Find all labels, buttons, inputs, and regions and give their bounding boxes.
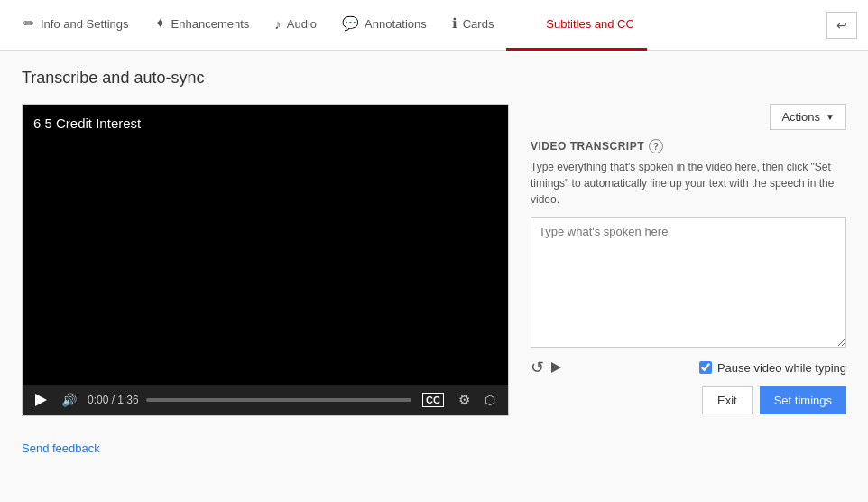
tab-info[interactable]: ✏ Info and Settings bbox=[11, 0, 142, 51]
video-title: 6 5 Credit Interest bbox=[33, 116, 141, 131]
audio-icon: ♪ bbox=[274, 16, 282, 32]
cards-icon: ℹ bbox=[452, 15, 457, 32]
tab-enhancements[interactable]: ✦ Enhancements bbox=[142, 0, 263, 51]
mini-play-icon bbox=[551, 362, 561, 373]
main-content: Transcribe and auto-sync 6 5 Credit Inte… bbox=[0, 51, 868, 473]
play-icon bbox=[35, 394, 47, 406]
help-icon[interactable]: ? bbox=[649, 139, 663, 153]
cast-icon: ⬡ bbox=[485, 393, 495, 407]
set-timings-button[interactable]: Set timings bbox=[760, 386, 846, 414]
tab-annotations[interactable]: 💬 Annotations bbox=[329, 0, 439, 51]
gear-icon: ⚙ bbox=[458, 392, 470, 408]
pause-label: Pause video while typing bbox=[717, 361, 846, 375]
settings-button[interactable]: ⚙ bbox=[455, 390, 474, 410]
pause-checkbox[interactable] bbox=[699, 361, 712, 374]
send-feedback-link[interactable]: Send feedback bbox=[22, 442, 100, 455]
feedback-row: Send feedback bbox=[22, 442, 846, 455]
cast-button[interactable]: ⬡ bbox=[481, 391, 499, 409]
annotations-icon: 💬 bbox=[342, 15, 359, 32]
tab-cards[interactable]: ℹ Cards bbox=[439, 0, 507, 51]
right-panel: Actions ▼ VIDEO TRANSCRIPT ? Type everyt… bbox=[531, 104, 846, 414]
page-title: Transcribe and auto-sync bbox=[22, 69, 846, 88]
actions-row: Actions ▼ bbox=[531, 104, 846, 130]
play-pause-button[interactable] bbox=[32, 392, 51, 408]
transcript-textarea[interactable] bbox=[531, 217, 846, 348]
replay-icon: ↺ bbox=[531, 358, 544, 377]
bottom-actions: Exit Set timings bbox=[531, 386, 846, 414]
cc-button[interactable]: CC bbox=[419, 391, 448, 409]
player-controls-row: ↺ Pause video while typing bbox=[531, 358, 846, 377]
video-screen: 6 5 Credit Interest bbox=[23, 105, 508, 385]
time-display: 0:00 / 1:36 bbox=[88, 394, 139, 406]
actions-button[interactable]: Actions ▼ bbox=[770, 104, 846, 130]
video-player: 6 5 Credit Interest 🔊 0:00 / 1:36 CC ⚙ bbox=[22, 104, 509, 416]
content-row: 6 5 Credit Interest 🔊 0:00 / 1:36 CC ⚙ bbox=[22, 104, 846, 416]
enhancements-icon: ✦ bbox=[154, 15, 166, 32]
tab-subtitles[interactable]: CC Subtitles and CC bbox=[506, 0, 646, 51]
tab-audio[interactable]: ♪ Audio bbox=[262, 0, 329, 51]
back-button[interactable]: ↩ bbox=[826, 12, 857, 39]
video-controls: 🔊 0:00 / 1:36 CC ⚙ ⬡ bbox=[23, 385, 508, 415]
mini-play-button[interactable] bbox=[551, 362, 561, 373]
transcript-description: Type everything that's spoken in the vid… bbox=[531, 159, 846, 208]
dropdown-arrow-icon: ▼ bbox=[826, 112, 835, 122]
progress-bar[interactable] bbox=[146, 398, 411, 402]
volume-button[interactable]: 🔊 bbox=[58, 391, 80, 409]
top-nav: ✏ Info and Settings ✦ Enhancements ♪ Aud… bbox=[0, 0, 868, 51]
exit-button[interactable]: Exit bbox=[702, 386, 753, 414]
cc-control-icon: CC bbox=[422, 393, 444, 407]
cc-icon: CC bbox=[519, 16, 540, 31]
replay-button[interactable]: ↺ bbox=[531, 358, 544, 377]
transcript-label: VIDEO TRANSCRIPT ? bbox=[531, 139, 846, 153]
volume-icon: 🔊 bbox=[61, 393, 77, 407]
pencil-icon: ✏ bbox=[23, 15, 35, 32]
pause-checkbox-row: Pause video while typing bbox=[699, 361, 846, 375]
